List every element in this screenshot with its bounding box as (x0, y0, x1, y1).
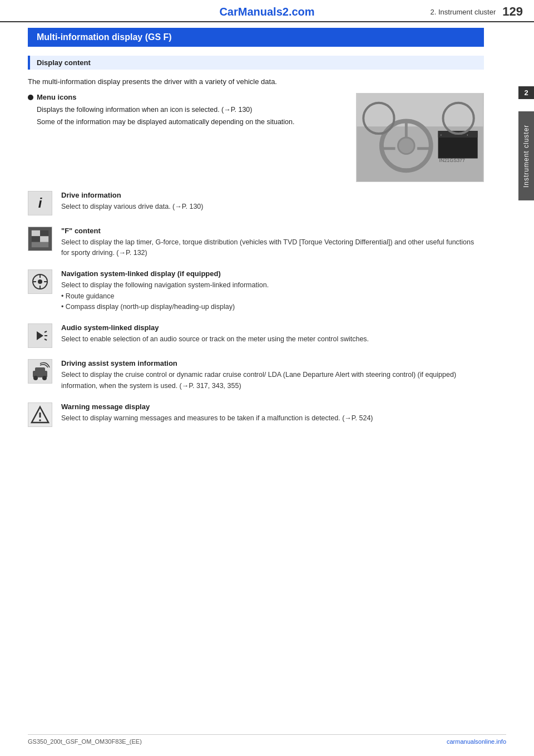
menu-icons-text: Menu icons Displays the following inform… (28, 93, 345, 182)
icon-desc-audio: Select to enable selection of an audio s… (61, 334, 484, 345)
header-right: 2. Instrument cluster 129 (431, 4, 523, 19)
icon-row-text-driving-assist: Driving assist system information Select… (61, 359, 484, 391)
section-title-bar: Multi-information display (GS F) (28, 28, 484, 47)
icon-box-audio (28, 323, 52, 348)
icon-rows-container: i Drive information Select to display va… (28, 191, 484, 428)
svg-line-27 (44, 331, 47, 332)
svg-point-21 (38, 279, 42, 284)
main-content: Multi-information display (GS F) Display… (0, 22, 512, 455)
nav-icon-svg (31, 273, 49, 291)
svg-text:‹: ‹ (441, 132, 442, 138)
dashboard-illustration: ‹ › IN21GS377 (357, 94, 483, 181)
icon-title-warning: Warning message display (61, 402, 484, 411)
svg-line-29 (44, 339, 47, 340)
svg-rect-16 (40, 230, 48, 235)
svg-point-33 (42, 376, 47, 380)
dashboard-image: ‹ › IN21GS377 (356, 93, 484, 182)
f-content-svg (29, 228, 51, 250)
warning-icon-svg (31, 405, 50, 424)
icon-box-drive-info: i (28, 191, 52, 215)
icon-title-drive-info: Drive information (61, 191, 484, 199)
icon-desc-f-content: Select to display the lap timer, G-force… (61, 237, 484, 259)
footer-website: carmanualsonline.info (447, 738, 506, 745)
menu-icons-desc2: Some of the information may be displayed… (37, 117, 345, 127)
icon-title-driving-assist: Driving assist system information (61, 359, 484, 367)
section-label: 2. Instrument cluster (431, 8, 496, 16)
menu-icons-label: Menu icons (28, 93, 345, 101)
svg-rect-15 (32, 230, 40, 235)
icon-row-text-warning: Warning message display Select to displa… (61, 402, 484, 424)
icon-desc-nav: Select to display the following navigati… (61, 280, 484, 291)
icon-box-driving-assist (28, 359, 52, 384)
svg-text:›: › (467, 132, 468, 138)
icon-title-audio: Audio system-linked display (61, 323, 484, 332)
icon-box-warning (28, 402, 52, 427)
svg-point-3 (398, 138, 415, 154)
menu-icons-desc1: Displays the following information when … (37, 105, 345, 115)
page-number: 129 (502, 4, 523, 19)
audio-icon-svg (31, 327, 49, 345)
page-header: CarManuals2.com 2. Instrument cluster 12… (0, 0, 534, 22)
main-title: Multi-information display (GS F) (37, 32, 172, 42)
svg-rect-19 (32, 242, 48, 247)
svg-point-36 (39, 419, 41, 421)
icon-row-audio: Audio system-linked display Select to en… (28, 323, 484, 348)
icon-box-nav (28, 269, 52, 294)
svg-marker-26 (37, 331, 43, 340)
svg-rect-18 (40, 236, 48, 242)
brand-logo: CarManuals2.com (219, 6, 314, 18)
svg-rect-17 (32, 236, 40, 242)
icon-desc-nav-items: • Route guidance • Compass display (nort… (61, 291, 484, 313)
icon-desc-drive-info: Select to display various drive data. (→… (61, 202, 484, 212)
svg-point-32 (33, 376, 38, 380)
bullet-dot (28, 95, 33, 100)
icon-title-nav: Navigation system-linked display (if equ… (61, 269, 484, 278)
icon-row-nav: Navigation system-linked display (if equ… (28, 269, 484, 312)
icon-row-text-drive-info: Drive information Select to display vari… (61, 191, 484, 212)
icon-box-f-content (28, 227, 52, 251)
icon-row-text-f-content: "F" content Select to display the lap ti… (61, 227, 484, 259)
intro-text: The multi-information display presents t… (28, 76, 484, 87)
subsection-title: Display content (28, 56, 484, 70)
icon-desc-driving-assist: Select to display the cruise control or … (61, 370, 484, 391)
icon-row-f-content: "F" content Select to display the lap ti… (28, 227, 484, 259)
icon-row-driving-assist: Driving assist system information Select… (28, 359, 484, 391)
icon-desc-warning: Select to display warning messages and m… (61, 413, 484, 424)
svg-text:IN21GS377: IN21GS377 (439, 158, 465, 163)
icon-row-text-nav: Navigation system-linked display (if equ… (61, 269, 484, 312)
footer-model: GS350_200t_GSF_OM_OM30F83E_(EE) (28, 738, 142, 745)
driving-assist-svg (29, 361, 51, 382)
menu-icons-section: Menu icons Displays the following inform… (28, 93, 484, 182)
icon-title-f-content: "F" content (61, 227, 484, 235)
icon-row-drive-info: i Drive information Select to display va… (28, 191, 484, 215)
section-number-tab: 2 (518, 86, 534, 99)
dashboard-svg: ‹ › IN21GS377 (356, 94, 484, 181)
svg-rect-31 (35, 367, 45, 372)
page-footer: GS350_200t_GSF_OM_OM30F83E_(EE) carmanua… (28, 734, 506, 745)
icon-row-warning: Warning message display Select to displa… (28, 402, 484, 427)
icon-row-text-audio: Audio system-linked display Select to en… (61, 323, 484, 345)
side-tab-instrument: Instrument cluster (518, 111, 534, 200)
